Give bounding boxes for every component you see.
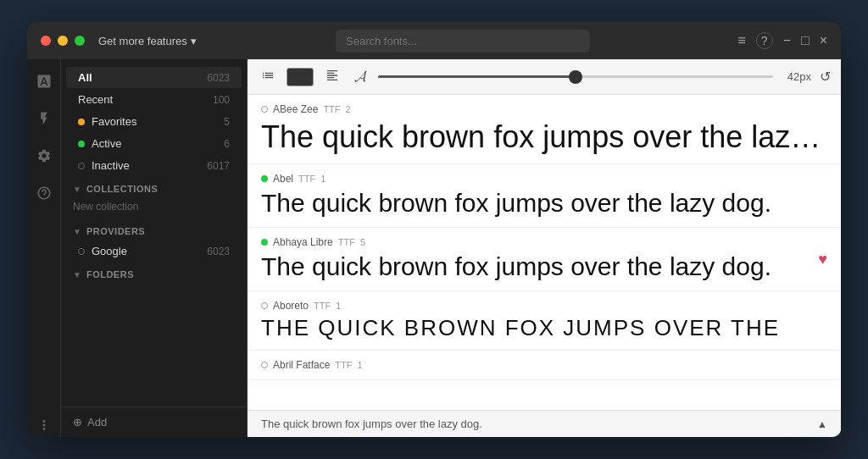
- nav-google-count: 6023: [207, 246, 230, 257]
- font-status-dot-aboreto: [261, 302, 268, 309]
- font-preview-abhaya[interactable]: The quick brown fox jumps over the lazy …: [261, 252, 827, 282]
- font-meta-abeezee: ABee Zee TTF 2: [261, 103, 827, 115]
- font-name-abel: Abel: [273, 173, 293, 185]
- font-status-dot-abel: [261, 175, 268, 182]
- font-entry-abhaya: Abhaya Libre TTF 5 The quick brown fox j…: [248, 228, 841, 291]
- nav-item-inactive[interactable]: Inactive 6017: [66, 155, 242, 176]
- favorites-dot: [78, 119, 85, 125]
- sidebar-left-panel: All 6023 Recent 100 Favorites 5: [27, 59, 248, 437]
- font-type-abril: TTF: [335, 360, 352, 370]
- bottom-preview-text[interactable]: The quick brown fox jumps over the lazy …: [261, 418, 482, 430]
- nav-item-all[interactable]: All 6023: [66, 67, 242, 88]
- list-view-button[interactable]: [258, 67, 278, 86]
- maximize-button[interactable]: [75, 36, 85, 46]
- folders-chevron: ▼: [73, 270, 81, 279]
- chevron-down-icon: ▾: [191, 35, 197, 47]
- font-meta-abel: Abel TTF 1: [261, 173, 827, 185]
- search-input-wrapper: [336, 30, 590, 53]
- font-size-slider[interactable]: [378, 75, 773, 78]
- font-preview-abel[interactable]: The quick brown fox jumps over the lazy …: [261, 188, 827, 218]
- font-size-label: 42px: [782, 70, 811, 83]
- filter-icon[interactable]: ≡: [737, 33, 745, 48]
- sidebar-navigation: All 6023 Recent 100 Favorites 5: [61, 59, 247, 406]
- sidebar-bottom: ⊕ Add: [61, 406, 247, 437]
- add-label: Add: [87, 416, 107, 429]
- sidebar-icon-bolt[interactable]: [32, 107, 56, 130]
- search-input[interactable]: [336, 30, 590, 53]
- nav-active-count: 6: [224, 138, 230, 150]
- sidebar-icon-settings[interactable]: [32, 144, 56, 168]
- providers-chevron: ▼: [73, 227, 81, 236]
- window-controls: [41, 36, 85, 46]
- nav-favorites-left: Favorites: [78, 115, 136, 128]
- inactive-dot: [78, 163, 85, 169]
- help-icon[interactable]: ?: [756, 32, 773, 49]
- nav-item-favorites[interactable]: Favorites 5: [66, 111, 242, 132]
- font-status-dot-abril: [261, 362, 268, 368]
- font-preview-abeezee[interactable]: The quick brown fox jumps over the lazy …: [261, 119, 827, 155]
- font-entry-abril: Abril Fatface TTF 1: [248, 351, 841, 380]
- providers-section-header[interactable]: ▼ PROVIDERS: [61, 219, 247, 240]
- minimize-button[interactable]: [58, 36, 68, 46]
- nav-inactive-count: 6017: [207, 160, 230, 172]
- font-list: ABee Zee TTF 2 The quick brown fox jumps…: [248, 95, 841, 410]
- font-type-abeezee: TTF: [323, 104, 340, 114]
- add-icon: ⊕: [73, 416, 82, 429]
- heart-icon-abhaya[interactable]: ♥: [818, 251, 827, 268]
- close-icon[interactable]: ×: [820, 33, 827, 48]
- nav-recent-label: Recent: [78, 93, 113, 106]
- nav-item-google[interactable]: Google 6023: [66, 241, 242, 262]
- bottom-chevron-icon[interactable]: ▲: [817, 418, 827, 430]
- collections-chevron: ▼: [73, 185, 81, 194]
- bottom-bar: The quick brown fox jumps over the lazy …: [248, 410, 841, 437]
- nav-inactive-label: Inactive: [92, 159, 130, 172]
- toolbar: 𝓐 42px ↺: [248, 59, 841, 95]
- title-bar: Get more features ▾ ≡ ? − □ ×: [27, 22, 841, 59]
- get-more-features-button[interactable]: Get more features ▾: [98, 35, 197, 47]
- sidebar-nav: All 6023 Recent 100 Favorites 5: [61, 59, 248, 437]
- main-panel: 𝓐 42px ↺ ABee Zee TTF 2 The quic: [248, 59, 841, 437]
- nav-item-active[interactable]: Active 6: [66, 133, 242, 154]
- font-type-abel: TTF: [298, 174, 315, 184]
- minimize-icon[interactable]: −: [783, 33, 791, 48]
- google-dot: [78, 248, 85, 255]
- maximize-icon[interactable]: □: [801, 33, 810, 48]
- sidebar-icon-plugin[interactable]: [32, 181, 56, 205]
- nav-google-label: Google: [92, 245, 127, 257]
- cursive-button[interactable]: 𝓐: [351, 66, 370, 87]
- font-type-aboreto: TTF: [314, 301, 331, 311]
- font-meta-abril: Abril Fatface TTF 1: [261, 359, 827, 371]
- add-button[interactable]: ⊕ Add: [73, 416, 235, 429]
- font-status-dot-abhaya: [261, 239, 268, 246]
- nav-inactive-left: Inactive: [78, 159, 130, 172]
- sidebar-icon-more[interactable]: [32, 413, 56, 437]
- font-count-abel: 1: [320, 174, 326, 184]
- font-entry-abel: Abel TTF 1 The quick brown fox jumps ove…: [248, 164, 841, 228]
- align-left-button[interactable]: [322, 67, 342, 86]
- font-name-abhaya: Abhaya Libre: [273, 236, 333, 248]
- sidebar-icons: [27, 59, 61, 437]
- main-content: All 6023 Recent 100 Favorites 5: [27, 59, 841, 437]
- new-collection-label[interactable]: New collection: [61, 197, 247, 219]
- font-count-abril: 1: [358, 360, 363, 370]
- nav-favorites-count: 5: [224, 116, 230, 128]
- font-type-abhaya: TTF: [338, 237, 355, 247]
- nav-item-recent[interactable]: Recent 100: [66, 89, 242, 110]
- collections-section-header[interactable]: ▼ COLLECTIONS: [61, 177, 247, 197]
- font-count-abeezee: 2: [346, 104, 351, 114]
- folders-section-header[interactable]: ▼ FOLDERS: [61, 263, 247, 283]
- title-bar-right: ≡ ? − □ ×: [675, 32, 827, 49]
- title-bar-left: Get more features ▾: [98, 35, 251, 47]
- reset-button[interactable]: ↺: [820, 69, 831, 85]
- sidebar-icon-fonts[interactable]: [32, 69, 56, 93]
- nav-active-left: Active: [78, 137, 121, 150]
- close-button[interactable]: [41, 36, 51, 46]
- nav-all-label: All: [78, 71, 92, 84]
- folders-label: FOLDERS: [86, 269, 134, 279]
- font-preview-aboreto[interactable]: THE QUICK BROWN FOX JUMPS OVER THE: [261, 315, 827, 341]
- color-swatch[interactable]: [287, 68, 314, 86]
- font-entry-aboreto: Aboreto TTF 1 THE QUICK BROWN FOX JUMPS …: [248, 291, 841, 351]
- providers-label: PROVIDERS: [86, 226, 145, 236]
- nav-favorites-label: Favorites: [92, 115, 136, 128]
- font-count-aboreto: 1: [336, 301, 341, 311]
